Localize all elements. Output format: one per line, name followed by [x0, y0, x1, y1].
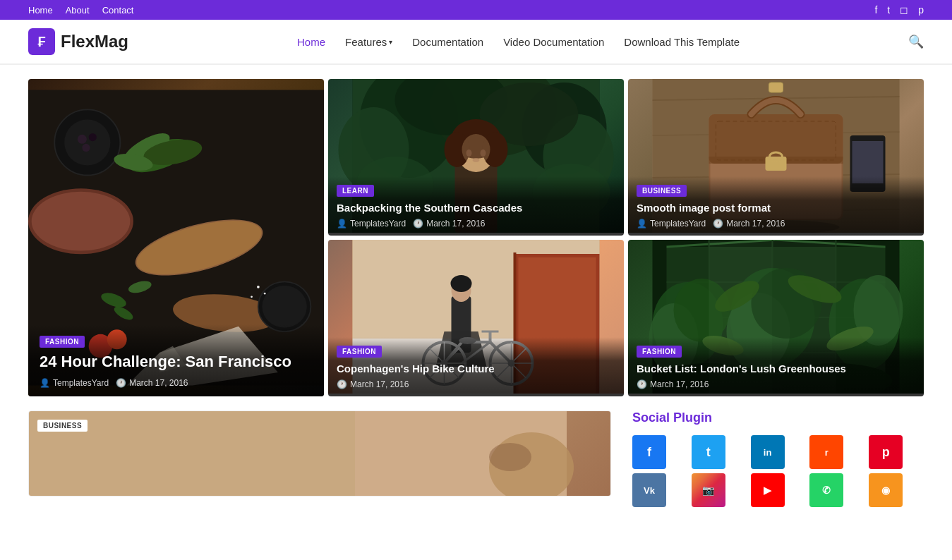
twitter-social-btn[interactable]: t [692, 435, 725, 469]
greenhouse-post-overlay: FASHION Bucket List: London's Lush Green… [628, 337, 924, 397]
features-chevron-icon: ▾ [389, 38, 392, 46]
business-post-image: BUSINESS [29, 411, 610, 496]
greenhouse-post-card[interactable]: FASHION Bucket List: London's Lush Green… [628, 240, 924, 396]
bag-date: 🕐 March 17, 2016 [713, 219, 785, 229]
greenhouse-date: 🕐 March 17, 2016 [637, 379, 709, 389]
nav-download-template[interactable]: Download This Template [624, 36, 740, 48]
author-icon: 👤 [40, 378, 50, 388]
svg-point-10 [32, 192, 131, 251]
business-post-card[interactable]: BUSINESS [28, 410, 611, 497]
author2-icon: 👤 [337, 219, 347, 229]
svg-point-19 [257, 286, 260, 288]
svg-rect-59 [766, 157, 787, 171]
linkedin-social-btn[interactable]: in [751, 435, 785, 469]
search-button[interactable]: 🔍 [908, 34, 924, 49]
svg-rect-57 [769, 83, 783, 92]
bag-category: BUSINESS [637, 185, 687, 197]
logo[interactable]: ₣ FlexMag [28, 28, 128, 55]
bike-title: Copenhagen's Hip Bike Culture [337, 362, 615, 376]
bike-post-overlay: FASHION Copenhagen's Hip Bike Culture 🕐 … [328, 337, 624, 397]
backpacking-meta: 👤 TemplatesYard 🕐 March 17, 2016 [337, 219, 615, 229]
greenhouse-category: FASHION [637, 346, 682, 358]
svg-point-21 [251, 296, 253, 298]
whatsapp-social-btn[interactable]: ✆ [809, 473, 843, 507]
top-bar-links: Home About Contact [28, 5, 133, 16]
youtube-social-btn[interactable]: ▶ [751, 473, 785, 507]
top-bar-socials: f t ◻ p [874, 4, 924, 16]
logo-symbol: ₣ [37, 34, 45, 50]
clock4-icon: 🕐 [337, 379, 347, 389]
main-nav: Home Features ▾ Documentation Video Docu… [297, 36, 740, 48]
topbar-facebook-icon[interactable]: f [874, 4, 877, 16]
svg-point-72 [451, 275, 472, 292]
nav-video-documentation[interactable]: Video Documentation [503, 36, 604, 48]
topbar-home[interactable]: Home [28, 5, 53, 16]
bag-title: Smooth image post format [637, 201, 915, 215]
logo-text: FlexMag [61, 32, 128, 51]
main-post-author: 👤 TemplatesYard [40, 378, 109, 388]
svg-point-5 [82, 144, 90, 152]
clock-icon: 🕐 [116, 378, 126, 388]
greenhouse-title: Bucket List: London's Lush Greenhouses [637, 362, 915, 376]
svg-point-20 [264, 293, 266, 295]
backpacking-post-card[interactable]: LEARN Backpacking the Southern Cascades … [328, 79, 624, 236]
svg-point-18 [262, 286, 306, 328]
social-grid: f t in r p Vk 📷 ▶ ✆ ◉ [632, 435, 924, 507]
header: ₣ FlexMag Home Features ▾ Documentation … [0, 20, 952, 64]
main-post-category: FASHION [40, 336, 85, 348]
nav-documentation[interactable]: Documentation [412, 36, 483, 48]
clock3-icon: 🕐 [713, 219, 723, 229]
bag-meta: 👤 TemplatesYard 🕐 March 17, 2016 [637, 219, 915, 229]
rss-social-btn[interactable]: ◉ [869, 473, 903, 507]
main-post-overlay: FASHION 24 Hour Challenge: San Francisco… [28, 324, 324, 396]
bike-meta: 🕐 March 17, 2016 [337, 379, 615, 389]
clock5-icon: 🕐 [637, 379, 647, 389]
main-post-card[interactable]: FASHION 24 Hour Challenge: San Francisco… [28, 79, 324, 396]
main-post-date: 🕐 March 17, 2016 [116, 378, 188, 388]
bag-author: 👤 TemplatesYard [637, 219, 706, 229]
featured-grid: FASHION 24 Hour Challenge: San Francisco… [28, 79, 924, 396]
backpacking-post-overlay: LEARN Backpacking the Southern Cascades … [328, 176, 624, 236]
topbar-about[interactable]: About [66, 5, 90, 16]
svg-point-123 [489, 443, 531, 471]
author3-icon: 👤 [637, 219, 647, 229]
clock2-icon: 🕐 [413, 219, 423, 229]
main-post-title: 24 Hour Challenge: San Francisco [40, 352, 313, 372]
topbar-contact[interactable]: Contact [102, 5, 134, 16]
bag-post-overlay: BUSINESS Smooth image post format 👤 Temp… [628, 176, 924, 236]
backpacking-category: LEARN [337, 185, 374, 197]
svg-point-3 [78, 135, 87, 144]
topbar-instagram-icon[interactable]: ◻ [900, 4, 908, 16]
svg-point-2 [64, 119, 110, 165]
bike-category: FASHION [337, 346, 382, 358]
reddit-social-btn[interactable]: r [809, 435, 843, 469]
nav-features[interactable]: Features ▾ [345, 36, 392, 48]
backpacking-date: 🕐 March 17, 2016 [413, 219, 485, 229]
social-plugin-title: Social Plugin [632, 410, 924, 425]
svg-point-46 [462, 134, 490, 165]
nav-home[interactable]: Home [297, 36, 325, 48]
business-post-image-svg [29, 411, 610, 496]
vk-social-btn[interactable]: Vk [632, 473, 666, 507]
bag-post-card[interactable]: BUSINESS Smooth image post format 👤 Temp… [628, 79, 924, 236]
topbar-pinterest-icon[interactable]: p [918, 4, 924, 16]
main-post-meta: 👤 TemplatesYard 🕐 March 17, 2016 [40, 378, 313, 388]
topbar-twitter-icon[interactable]: t [887, 4, 890, 16]
business-badge: BUSINESS [37, 420, 88, 432]
backpacking-title: Backpacking the Southern Cascades [337, 201, 615, 215]
svg-point-4 [89, 133, 97, 141]
social-plugin: Social Plugin f t in r p Vk 📷 ▶ ✆ ◉ [632, 410, 924, 507]
bike-date: 🕐 March 17, 2016 [337, 379, 409, 389]
backpacking-author: 👤 TemplatesYard [337, 219, 406, 229]
pinterest-social-btn[interactable]: p [869, 435, 903, 469]
logo-icon: ₣ [28, 28, 55, 55]
bottom-section: BUSINESS Social Plugin f t in r p Vk 📷 ▶… [28, 410, 924, 507]
instagram-social-btn[interactable]: 📷 [692, 473, 725, 507]
facebook-social-btn[interactable]: f [632, 435, 666, 469]
main-content: FASHION 24 Hour Challenge: San Francisco… [0, 65, 952, 521]
top-bar: Home About Contact f t ◻ p [0, 0, 952, 20]
bike-post-card[interactable]: FASHION Copenhagen's Hip Bike Culture 🕐 … [328, 240, 624, 396]
greenhouse-meta: 🕐 March 17, 2016 [637, 379, 915, 389]
